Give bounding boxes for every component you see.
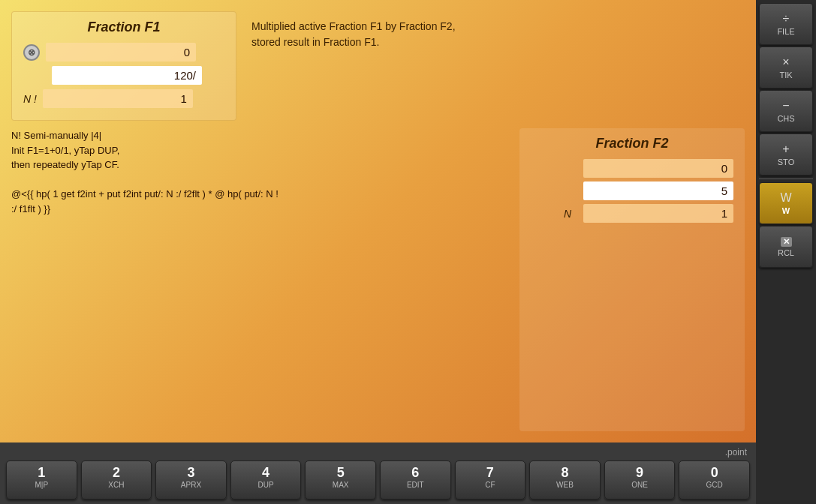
num-label: 7 [486, 466, 494, 479]
f2-value-area: 0 5 N 1 [531, 159, 733, 223]
num-sublabel: CF [485, 481, 495, 489]
f1-row-top: ⊗ 0 [23, 43, 224, 62]
desc-line3: then repeatedly yTap CF. [11, 158, 282, 172]
f1-label-bottom: N ! [23, 93, 37, 105]
sidebar-icon: + [782, 142, 789, 156]
num-sublabel: APRX [181, 481, 201, 489]
num-label: 4 [262, 466, 269, 479]
f1-value-mid: 120/ [52, 66, 202, 85]
num-btn-8[interactable]: 8WEB [529, 460, 601, 500]
description-area: N! Semi-manually |4| Init F1=1+0/1, yTap… [11, 128, 282, 431]
num-label: 6 [411, 466, 419, 479]
num-btn-4[interactable]: 4DUP [230, 460, 302, 500]
sidebar-btn-label: W [782, 206, 790, 215]
num-sublabel: M|P [35, 481, 48, 489]
f2-row-top: 0 [531, 159, 733, 178]
numpad-row: 1M|P2XCH3APRX4DUP5MAX6EDIT7CF8WEB9ONE0GC… [6, 460, 750, 500]
sidebar-btn-sto[interactable]: +STO [759, 134, 813, 176]
sidebar-btn-rcl[interactable]: ✕RCL [759, 226, 813, 268]
fraction-f1-panel: Fraction F1 ⊗ 0 120/ N ! 1 [11, 11, 236, 121]
f1-row-mid: 120/ [23, 66, 224, 85]
desc-line5: @<{{ hp( 1 get f2int + put f2int put/: N… [11, 187, 282, 216]
num-label: 2 [113, 466, 120, 479]
sidebar-btn-label: STO [778, 158, 794, 166]
point-label: .point [6, 447, 750, 458]
num-sublabel: GCD [706, 481, 723, 489]
sidebar-icon: W [780, 191, 791, 205]
f1-value-bottom: 1 [43, 89, 193, 108]
sidebar-icon: × [782, 56, 789, 69]
sidebar-btn-chs[interactable]: −CHS [759, 90, 813, 132]
num-sublabel: EDIT [407, 481, 424, 489]
bottom-section: N! Semi-manually |4| Init F1=1+0/1, yTap… [11, 128, 745, 431]
f2-label-bottom: N [564, 208, 571, 220]
num-btn-5[interactable]: 5MAX [305, 460, 376, 500]
num-btn-0[interactable]: 0GCD [679, 460, 750, 500]
num-btn-3[interactable]: 3APRX [155, 460, 227, 500]
num-label: 8 [561, 466, 568, 479]
num-sublabel: ONE [631, 481, 648, 489]
sidebar-btn-w[interactable]: WW [759, 182, 813, 224]
sidebar-btn-file[interactable]: ÷FILE [759, 3, 813, 45]
sidebar-btn-label: RCL [778, 248, 794, 257]
f2-value-bottom: 1 [583, 204, 733, 223]
right-sidebar: ÷FILE×TIK−CHS+STOWW✕RCL [756, 0, 816, 504]
sidebar-btn-label: TIK [779, 70, 792, 80]
f1-row-bottom: N ! 1 [23, 89, 224, 108]
fraction-f2-panel: Fraction F2 0 5 N 1 [519, 128, 745, 431]
content-area: Fraction F1 ⊗ 0 120/ N ! 1 Multiplied [0, 0, 756, 442]
top-section: Fraction F1 ⊗ 0 120/ N ! 1 Multiplied [11, 11, 745, 121]
num-label: 5 [337, 466, 345, 479]
sidebar-divider [759, 178, 813, 179]
num-sublabel: MAX [333, 481, 349, 489]
sidebar-btn-label: CHS [777, 114, 794, 123]
sidebar-icon: ÷ [783, 12, 790, 26]
info-text: Multiplied active Fraction F1 by Fractio… [251, 11, 462, 121]
desc-line1: N! Semi-manually |4| [11, 128, 282, 143]
num-btn-2[interactable]: 2XCH [81, 460, 152, 500]
f2-row-bottom: N 1 [531, 204, 733, 223]
num-btn-1[interactable]: 1M|P [6, 460, 77, 500]
f2-value-top: 0 [583, 159, 733, 178]
sidebar-btn-tik[interactable]: ×TIK [759, 46, 813, 88]
num-btn-9[interactable]: 9ONE [604, 460, 676, 500]
num-label: 0 [711, 466, 718, 479]
num-btn-6[interactable]: 6EDIT [380, 460, 451, 500]
num-label: 9 [636, 466, 643, 479]
f1-value-top: 0 [46, 43, 196, 62]
num-btn-7[interactable]: 7CF [455, 460, 526, 500]
f2-value-mid: 5 [583, 182, 733, 200]
f2-row-mid: 5 [531, 182, 733, 200]
rcl-icon: ✕ [781, 237, 792, 247]
num-label: 1 [38, 466, 45, 479]
fraction-f1-title: Fraction F1 [23, 20, 224, 35]
sidebar-icon: − [782, 99, 789, 112]
num-label: 3 [187, 466, 194, 479]
num-sublabel: DUP [258, 481, 274, 489]
fraction-f2-title: Fraction F2 [531, 136, 733, 152]
sidebar-btn-label: FILE [777, 27, 794, 36]
close-button[interactable]: ⊗ [23, 44, 40, 61]
num-sublabel: XCH [108, 481, 124, 489]
num-sublabel: WEB [556, 481, 574, 489]
desc-line2: Init F1=1+0/1, yTap DUP, [11, 143, 282, 158]
main-area: Fraction F1 ⊗ 0 120/ N ! 1 Multiplied [0, 0, 756, 504]
bottom-bar: .point 1M|P2XCH3APRX4DUP5MAX6EDIT7CF8WEB… [0, 442, 756, 504]
